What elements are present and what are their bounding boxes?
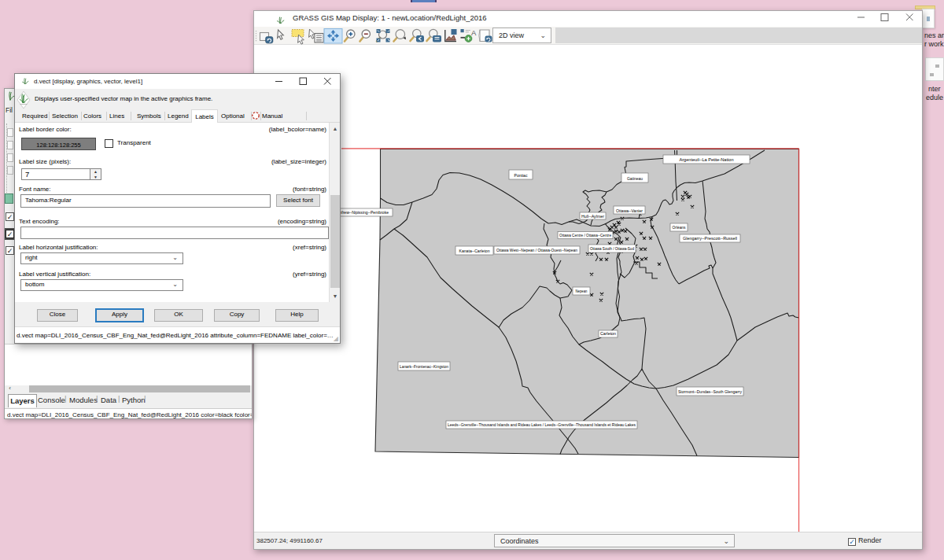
svg-text:Stormont--Dundas--South Glenga: Stormont--Dundas--South Glengarry: [678, 389, 742, 394]
svg-text:Ottawa South / Ottawa-Sud: Ottawa South / Ottawa-Sud: [590, 246, 634, 251]
svg-text:Pontiac: Pontiac: [514, 173, 528, 178]
svg-text:A: A: [471, 28, 477, 37]
svg-text:Gatineau: Gatineau: [627, 176, 643, 181]
svg-text:Nepean: Nepean: [576, 289, 588, 293]
svg-text:Carleton: Carleton: [600, 331, 616, 336]
svg-text:Leeds--Grenville--Thousand Isl: Leeds--Grenville--Thousand Islands and R…: [448, 422, 636, 427]
svg-text:Argenteuil--La Petite-Nation: Argenteuil--La Petite-Nation: [680, 157, 734, 162]
svg-text:Ottawa--Vanier: Ottawa--Vanier: [616, 208, 643, 213]
svg-text:Hull--Aylmer: Hull--Aylmer: [581, 214, 604, 219]
svg-text:Renfrew--Nipissing--Pembroke: Renfrew--Nipissing--Pembroke: [334, 210, 389, 215]
svg-text:Glengarry--Prescott--Russell: Glengarry--Prescott--Russell: [683, 236, 737, 241]
svg-text:Ottawa West--Nepean / Ottawa-O: Ottawa West--Nepean / Ottawa-Ouest--Nepe…: [496, 248, 577, 252]
svg-text:Orléans: Orléans: [673, 225, 686, 230]
svg-text:Lanark--Frontenac--Kingston: Lanark--Frontenac--Kingston: [400, 364, 448, 369]
svg-text:Ottawa Centre / Ottawa--Centre: Ottawa Centre / Ottawa--Centre: [559, 233, 611, 238]
svg-text:Kanata--Carleton: Kanata--Carleton: [459, 249, 490, 253]
